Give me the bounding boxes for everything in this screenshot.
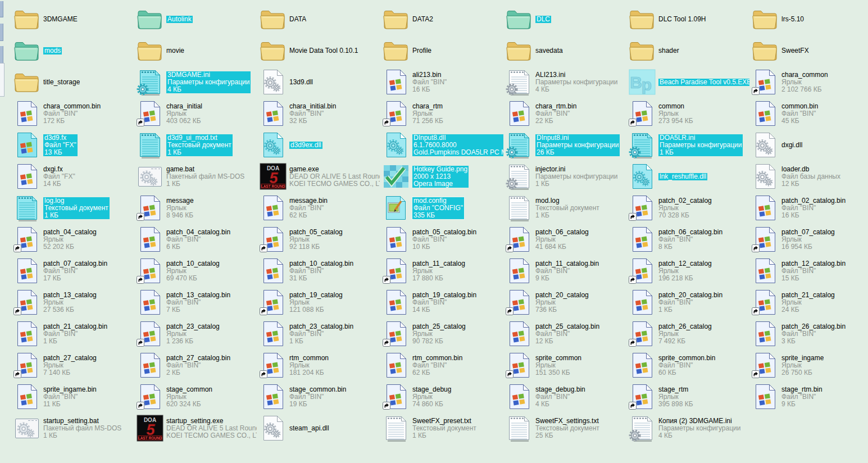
folder-item[interactable]: Profile (383, 36, 503, 65)
file-item[interactable]: patch_21_catalog.binФайл "BIN"1 КБ (13, 319, 134, 348)
file-item[interactable]: patch_07_catalog.binФайл "BIN"17 КБ (13, 256, 134, 285)
file-item[interactable]: stage_common.binФайл "BIN"19 КБ (260, 382, 380, 411)
file-item[interactable]: lnk_reshuffle.dll (629, 162, 749, 191)
file-item[interactable]: DInput8.iniПараметры конфигурации26 КБ (506, 130, 626, 160)
file-item[interactable]: patch_10_catalogЯрлык69 470 КБ (137, 256, 257, 285)
file-item[interactable]: patch_27_catalogЯрлык7 140 КБ (13, 351, 134, 380)
file-detail: 15 КБ (781, 275, 846, 282)
file-item[interactable]: patch_11_catalog.binФайл "BIN"9 КБ (506, 256, 626, 285)
file-label: 3DMGAME.iniПараметры конфигурации4 КБ (166, 71, 251, 93)
file-item[interactable]: patch_26_catalogЯрлык7 492 КБ (629, 319, 749, 348)
file-item[interactable]: injector.iniПараметры конфигурации1 КБ (506, 162, 626, 191)
file-item[interactable]: patch_27_catalog.binФайл "BIN"2 КБ (137, 351, 257, 380)
folder-item[interactable]: lrs-5.10 (752, 4, 868, 34)
file-item[interactable]: commonЯрлык273 954 КБ (629, 99, 749, 128)
file-item[interactable]: common.binФайл "BIN"45 КБ (752, 99, 868, 128)
file-item[interactable]: chara_initial.binФайл "BIN"32 КБ (260, 99, 380, 128)
file-item[interactable]: Hotkey Guide.png2000 x 1213Opera Image (383, 162, 503, 191)
file-item[interactable]: loader.dbФайл базы данных12 КБ (752, 162, 868, 191)
file-item[interactable]: patch_25_catalogЯрлык90 782 КБ (383, 319, 503, 348)
file-item[interactable]: patch_13_catalogЯрлык27 536 КБ (13, 288, 134, 317)
file-item[interactable]: 13d9.dll (260, 67, 380, 97)
file-item[interactable]: stage_debugЯрлык74 860 КБ (383, 382, 503, 411)
file-item[interactable]: d3d9.fxФайл "FX"13 КБ (13, 130, 134, 160)
file-item[interactable]: Копия (2) 3DMGAME.iniПараметры конфигура… (629, 414, 749, 443)
file-item[interactable]: patch_04_catalogЯрлык52 202 КБ (13, 225, 134, 254)
file-item[interactable]: d3d9_ui_mod.txtТекстовый документ1 КБ (137, 130, 257, 160)
file-item[interactable]: patch_25_catalog.binФайл "BIN"12 КБ (506, 319, 626, 348)
folder-item[interactable]: DATA (260, 4, 380, 34)
file-item[interactable]: mod.configФайл "CONFIG"335 КБ (383, 193, 503, 223)
folder-item[interactable]: title_storage (13, 67, 134, 97)
file-item[interactable]: stage_rtmЯрлык395 898 КБ (629, 382, 749, 411)
file-item[interactable]: patch_19_catalog.binФайл "BIN"14 КБ (383, 288, 503, 317)
file-item[interactable]: patch_05_catalogЯрлык92 118 КБ (260, 225, 380, 254)
folder-item[interactable]: DATA2 (383, 4, 503, 34)
file-item[interactable]: patch_06_catalogЯрлык41 684 КБ (506, 225, 626, 254)
file-item[interactable]: patch_20_catalog.binФайл "BIN"1 КБ (629, 288, 749, 317)
file-item[interactable]: patch_23_catalog.binФайл "BIN"1 КБ (260, 319, 380, 348)
file-item[interactable]: patch_19_catalogЯрлык121 088 КБ (260, 288, 380, 317)
file-item[interactable]: SweetFX_settings.txtТекстовый документ25… (506, 414, 626, 443)
file-item[interactable]: DOA5LAST ROUNDstartup_setting.exeDEAD OR… (137, 414, 257, 443)
file-item[interactable]: patch_13_catalog.binФайл "BIN"7 КБ (137, 288, 257, 317)
file-item[interactable]: chara_commonЯрлык2 102 766 КБ (752, 67, 868, 97)
file-item[interactable]: patch_05_catalog.binФайл "BIN"10 КБ (383, 225, 503, 254)
file-item[interactable]: patch_12_catalogЯрлык196 218 КБ (629, 256, 749, 285)
file-item[interactable]: stage_rtm.binФайл "BIN"9 КБ (752, 382, 868, 411)
file-item[interactable]: SweetFX_preset.txtТекстовый документ1 КБ (383, 414, 503, 443)
folder-item[interactable]: movie (137, 36, 257, 65)
file-item[interactable]: 3DMGAME.iniПараметры конфигурации4 КБ (137, 67, 257, 97)
file-item[interactable]: rtm_common.binФайл "BIN"62 КБ (383, 351, 503, 380)
folder-item[interactable]: shader (629, 36, 749, 65)
file-item[interactable]: stage_commonЯрлык620 324 КБ (137, 382, 257, 411)
file-item[interactable]: d3d9ex.dll (260, 130, 380, 160)
file-item[interactable]: patch_04_catalog.binФайл "BIN"6 КБ (137, 225, 257, 254)
file-item[interactable]: patch_10_catalog.binФайл "BIN"31 КБ (260, 256, 380, 285)
folder-item[interactable]: Movie Data Tool 0.10.1 (260, 36, 380, 65)
file-item[interactable]: dxgi.dll (752, 130, 868, 160)
file-item[interactable]: chara_common.binФайл "BIN"172 КБ (13, 99, 134, 128)
file-type: Ярлык (535, 236, 589, 243)
file-item[interactable]: patch_26_catalog.binФайл "BIN"3 КБ (752, 319, 868, 348)
file-item[interactable]: patch_11_catalogЯрлык17 880 КБ (383, 256, 503, 285)
file-item[interactable]: patch_07_catalogЯрлык16 954 КБ (752, 225, 868, 254)
folder-item[interactable]: mods (13, 36, 134, 65)
file-item[interactable]: message.binФайл "BIN"62 КБ (260, 193, 380, 223)
file-item[interactable]: sprite_ingame.binФайл "BIN"11 КБ (13, 382, 134, 411)
folder-item[interactable]: savedata (506, 36, 626, 65)
file-item[interactable]: sprite_common.binФайл "BIN"60 КБ (629, 351, 749, 380)
file-item[interactable]: patch_06_catalog.binФайл "BIN"8 КБ (629, 225, 749, 254)
file-item[interactable]: sprite_commonЯрлык151 350 КБ (506, 351, 626, 380)
folder-item[interactable]: SweetFX (752, 36, 868, 65)
file-item[interactable]: chara_rtm.binФайл "BIN"22 КБ (506, 99, 626, 128)
file-item[interactable]: ALI213.iniПараметры конфигурации4 КБ (506, 67, 626, 97)
file-item[interactable]: DOA5LAST ROUNDgame.exeDEAD OR ALIVE 5 La… (260, 162, 380, 191)
file-item[interactable]: log.logТекстовый документ1 КБ (13, 193, 134, 223)
file-item[interactable]: dxgi.fxФайл "FX"14 КБ (13, 162, 134, 191)
file-item[interactable]: patch_02_catalogЯрлык70 328 КБ (629, 193, 749, 223)
file-item[interactable]: patch_20_catalogЯрлык736 КБ (506, 288, 626, 317)
folder-item[interactable]: Autolink (137, 4, 257, 34)
file-item[interactable]: patch_21_catalogЯрлык24 КБ (752, 288, 868, 317)
file-item[interactable]: DInput8.dll6.1.7600.8000Gold.Pumpkins DO… (383, 130, 503, 160)
file-item[interactable]: chara_initialЯрлык403 062 КБ (137, 99, 257, 128)
file-item[interactable]: patch_12_catalog.binФайл "BIN"15 КБ (752, 256, 868, 285)
file-item[interactable]: patch_02_catalog.binФайл "BIN"16 КБ (752, 193, 868, 223)
folder-item[interactable]: DLC (506, 4, 626, 34)
file-item[interactable]: sprite_ingameЯрлык26 750 КБ (752, 351, 868, 380)
file-item[interactable]: messageЯрлык8 946 КБ (137, 193, 257, 223)
file-item[interactable]: chara_rtmЯрлык71 256 КБ (383, 99, 503, 128)
folder-item[interactable]: 3DMGAME (13, 4, 134, 34)
file-item[interactable]: steam_api.dll (260, 414, 380, 443)
file-item[interactable]: ali213.binФайл "BIN"16 КБ (383, 67, 503, 97)
file-item[interactable]: DOA5LR.iniПараметры конфигурации1 КБ (629, 130, 749, 160)
file-item[interactable]: startup_setting.batПакетный файл MS-DOS1… (13, 414, 134, 443)
file-item[interactable]: patch_23_catalogЯрлык1 236 КБ (137, 319, 257, 348)
file-item[interactable]: game.batПакетный файл MS-DOS1 КБ (137, 162, 257, 191)
folder-item[interactable]: DLC Tool 1.09H (629, 4, 749, 34)
file-item[interactable]: rtm_commonЯрлык181 204 КБ (260, 351, 380, 380)
file-item[interactable]: stage_debug.binФайл "BIN"4 КБ (506, 382, 626, 411)
file-item[interactable]: BpBeach Paradise Tool v0.5.EXE (629, 67, 749, 97)
file-item[interactable]: mod.logТекстовый документ1 КБ (506, 193, 626, 223)
